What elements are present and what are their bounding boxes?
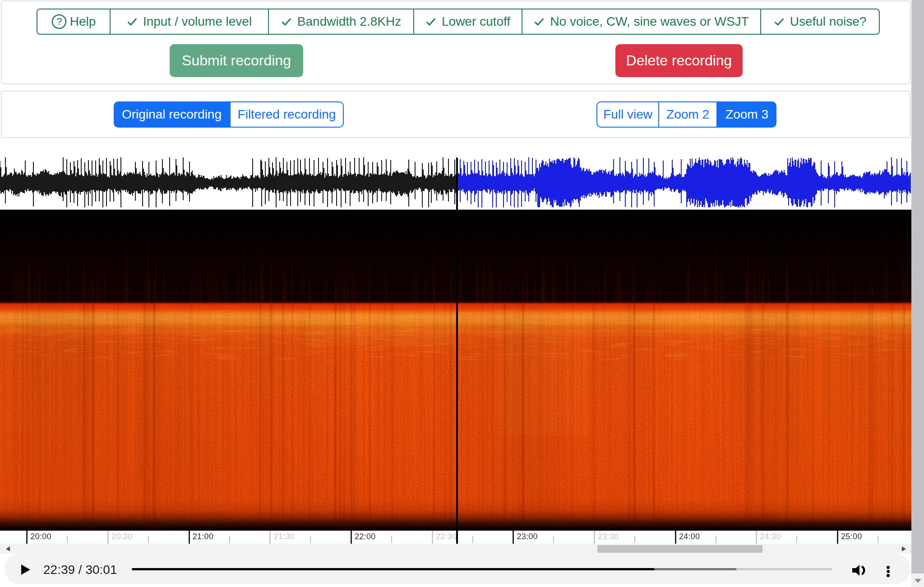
svg-text:?: ? [56, 16, 62, 27]
